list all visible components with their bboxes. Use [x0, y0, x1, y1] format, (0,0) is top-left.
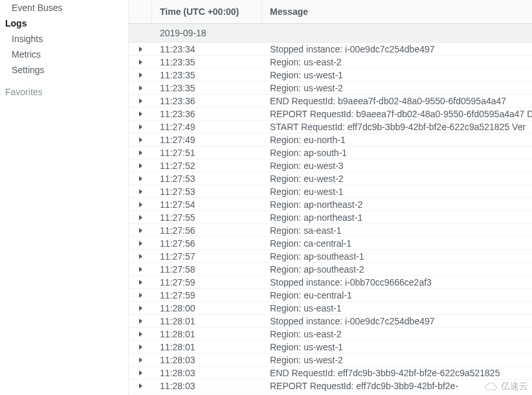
log-time: 11:27:53 — [152, 186, 262, 197]
expand-toggle[interactable] — [129, 267, 152, 272]
log-row[interactable]: 11:28:01Region: us-west-1 — [129, 341, 532, 354]
log-row[interactable]: 11:23:35Region: us-east-2 — [129, 56, 532, 69]
expand-toggle[interactable] — [129, 332, 152, 337]
expand-toggle[interactable] — [129, 319, 152, 324]
expand-toggle[interactable] — [129, 228, 152, 233]
log-row[interactable]: 11:28:01Region: us-east-2 — [129, 328, 532, 341]
log-row[interactable]: 11:27:51Region: ap-south-1 — [129, 146, 532, 159]
expand-toggle[interactable] — [129, 215, 152, 220]
log-time: 11:28:01 — [152, 316, 262, 326]
log-message: Region: ap-southeast-2 — [262, 264, 532, 275]
log-row[interactable]: 11:27:56Region: ca-central-1 — [129, 237, 532, 250]
log-row[interactable]: 11:27:57Region: ap-southeast-1 — [129, 250, 532, 263]
date-separator: 2019-09-18 — [129, 24, 532, 43]
expand-toggle[interactable] — [129, 241, 152, 246]
expand-toggle[interactable] — [129, 176, 152, 181]
log-message: Region: eu-west-3 — [262, 161, 532, 171]
log-message: START RequestId: eff7dc9b-3bb9-42bf-bf2e… — [262, 122, 532, 132]
column-time[interactable]: Time (UTC +00:00) — [152, 0, 262, 23]
caret-right-icon — [139, 332, 142, 337]
expand-toggle[interactable] — [129, 202, 152, 207]
log-message: REPORT RequestId: b9aeea7f-db02-48a0-955… — [262, 109, 532, 119]
log-time: 11:27:49 — [152, 135, 262, 145]
log-time: 11:27:52 — [152, 161, 262, 171]
caret-right-icon — [139, 241, 142, 246]
log-time: 11:27:59 — [152, 290, 262, 300]
sidebar-item-logs[interactable]: Logs — [5, 16, 123, 31]
log-row[interactable]: 11:27:59Stopped instance: i-0bb70cc9666c… — [129, 276, 532, 289]
log-time: 11:27:49 — [152, 122, 262, 132]
column-expand — [129, 0, 152, 23]
caret-right-icon — [139, 47, 142, 52]
log-row[interactable]: 11:27:49Region: eu-north-1 — [129, 133, 532, 146]
log-message: Region: eu-west-2 — [262, 174, 532, 184]
expand-toggle[interactable] — [129, 189, 152, 194]
caret-right-icon — [139, 357, 142, 363]
expand-toggle[interactable] — [129, 163, 152, 168]
log-time: 11:27:57 — [152, 251, 262, 262]
expand-toggle[interactable] — [129, 344, 152, 350]
log-row[interactable]: 11:27:53Region: eu-west-2 — [129, 172, 532, 185]
expand-toggle[interactable] — [129, 383, 152, 389]
log-row[interactable]: 11:23:35Region: us-west-1 — [129, 69, 532, 82]
log-row[interactable]: 11:27:56Region: sa-east-1 — [129, 224, 532, 237]
watermark-text: 亿速云 — [501, 381, 528, 392]
log-message: Region: ap-northeast-1 — [262, 212, 532, 223]
log-message: Region: us-west-2 — [262, 83, 532, 93]
expand-toggle[interactable] — [129, 137, 152, 142]
expand-toggle[interactable] — [129, 150, 152, 155]
log-row[interactable]: 11:27:53Region: eu-west-1 — [129, 185, 532, 198]
expand-toggle[interactable] — [129, 280, 152, 285]
expand-toggle[interactable] — [129, 293, 152, 298]
log-row[interactable]: 11:27:54Region: ap-northeast-2 — [129, 198, 532, 211]
log-row[interactable]: 11:27:55Region: ap-northeast-1 — [129, 211, 532, 224]
column-message[interactable]: Message — [262, 0, 532, 23]
log-time: 11:23:34 — [152, 44, 262, 54]
log-time: 11:28:00 — [152, 303, 262, 313]
sidebar-item-insights[interactable]: Insights — [5, 31, 123, 47]
log-row[interactable]: 11:23:34Stopped instance: i-00e9dc7c254d… — [129, 43, 532, 56]
log-time: 11:28:01 — [152, 329, 262, 339]
caret-right-icon — [139, 306, 142, 311]
log-row[interactable]: 11:28:01Stopped instance: i-00e9dc7c254d… — [129, 315, 532, 328]
expand-toggle[interactable] — [129, 60, 152, 65]
caret-right-icon — [139, 370, 142, 376]
log-row[interactable]: 11:27:59Region: eu-central-1 — [129, 289, 532, 302]
caret-right-icon — [139, 254, 142, 259]
caret-right-icon — [139, 124, 142, 130]
log-time: 11:27:51 — [152, 148, 262, 158]
log-row[interactable]: 11:23:36REPORT RequestId: b9aeea7f-db02-… — [129, 107, 532, 120]
sidebar-item-settings[interactable]: Settings — [5, 62, 123, 78]
log-row[interactable]: 11:28:00Region: us-east-1 — [129, 302, 532, 315]
expand-toggle[interactable] — [129, 85, 152, 91]
log-row[interactable]: 11:28:03END RequestId: eff7dc9b-3bb9-42b… — [129, 367, 532, 379]
expand-toggle[interactable] — [129, 357, 152, 363]
log-message: Region: eu-west-1 — [262, 186, 532, 197]
expand-toggle[interactable] — [129, 98, 152, 104]
expand-toggle[interactable] — [129, 47, 152, 52]
log-message: END RequestId: eff7dc9b-3bb9-42bf-bf2e-6… — [262, 368, 532, 378]
log-row[interactable]: 11:27:52Region: eu-west-3 — [129, 159, 532, 172]
log-row[interactable]: 11:28:03REPORT RequestId: eff7dc9b-3bb9-… — [129, 379, 532, 392]
sidebar-item-metrics[interactable]: Metrics — [5, 47, 123, 62]
caret-right-icon — [139, 98, 142, 104]
expand-toggle[interactable] — [129, 306, 152, 311]
log-row[interactable]: 11:27:49START RequestId: eff7dc9b-3bb9-4… — [129, 120, 532, 133]
log-table-header: Time (UTC +00:00) Message — [129, 0, 532, 24]
log-row[interactable]: 11:27:58Region: ap-southeast-2 — [129, 263, 532, 276]
cloud-icon — [484, 381, 498, 392]
log-row[interactable]: 11:28:03Region: us-west-2 — [129, 354, 532, 367]
expand-toggle[interactable] — [129, 111, 152, 117]
expand-toggle[interactable] — [129, 73, 152, 78]
log-row[interactable]: 11:23:35Region: us-west-2 — [129, 82, 532, 95]
sidebar-item-event-buses[interactable]: Event Buses — [5, 0, 123, 16]
log-rows: 11:23:34Stopped instance: i-00e9dc7c254d… — [129, 43, 532, 395]
log-message: Stopped instance: i-00e9dc7c254dbe497 — [262, 44, 532, 54]
expand-toggle[interactable] — [129, 124, 152, 130]
log-row[interactable]: 11:23:36END RequestId: b9aeea7f-db02-48a… — [129, 95, 532, 107]
expand-toggle[interactable] — [129, 370, 152, 376]
log-time: 11:23:36 — [152, 96, 262, 106]
log-time: 11:27:55 — [152, 212, 262, 223]
expand-toggle[interactable] — [129, 254, 152, 259]
watermark: 亿速云 — [484, 381, 528, 392]
